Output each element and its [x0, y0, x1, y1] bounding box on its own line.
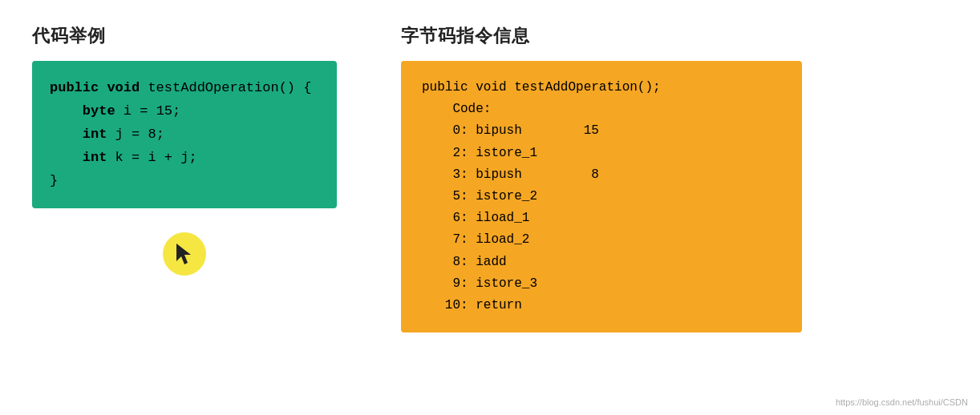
code-line-1: public void testAddOperation() {	[50, 80, 311, 95]
yellow-circle-cursor	[163, 232, 206, 276]
main-container: 代码举例 public void testAddOperation() { by…	[0, 0, 980, 415]
bytecode-line-1: public void testAddOperation();	[422, 80, 661, 95]
right-section: 字节码指令信息 public void testAddOperation(); …	[401, 24, 802, 391]
bytecode-line-5: 3: bipush 8	[422, 167, 599, 182]
left-title: 代码举例	[32, 24, 337, 48]
left-section: 代码举例 public void testAddOperation() { by…	[32, 24, 337, 391]
bytecode-line-11: 10: return	[422, 298, 522, 312]
bytecode-line-3: 0: bipush 15	[422, 123, 599, 138]
svg-marker-0	[176, 244, 191, 264]
bytecode-line-10: 9: istore_3	[422, 276, 537, 291]
cursor-icon	[173, 242, 196, 266]
code-line-4: int k = i + j;	[50, 150, 197, 165]
code-box-green: public void testAddOperation() { byte i …	[32, 61, 337, 208]
code-line-2: byte i = 15;	[50, 103, 180, 119]
bytecode-line-8: 7: iload_2	[422, 232, 529, 247]
bytecode-line-2: Code:	[422, 102, 491, 116]
code-line-3: int j = 8;	[50, 127, 164, 142]
bytecode-line-7: 6: iload_1	[422, 211, 529, 225]
watermark: https://blog.csdn.net/fushui/CSDN	[836, 397, 968, 407]
bytecode-line-6: 5: istore_2	[422, 189, 537, 203]
right-title: 字节码指令信息	[401, 24, 802, 48]
bytecode-line-9: 8: iadd	[422, 255, 507, 269]
code-line-5: }	[50, 173, 58, 188]
cursor-area	[32, 232, 337, 276]
code-box-orange: public void testAddOperation(); Code: 0:…	[401, 61, 802, 332]
bytecode-line-4: 2: istore_1	[422, 146, 537, 160]
